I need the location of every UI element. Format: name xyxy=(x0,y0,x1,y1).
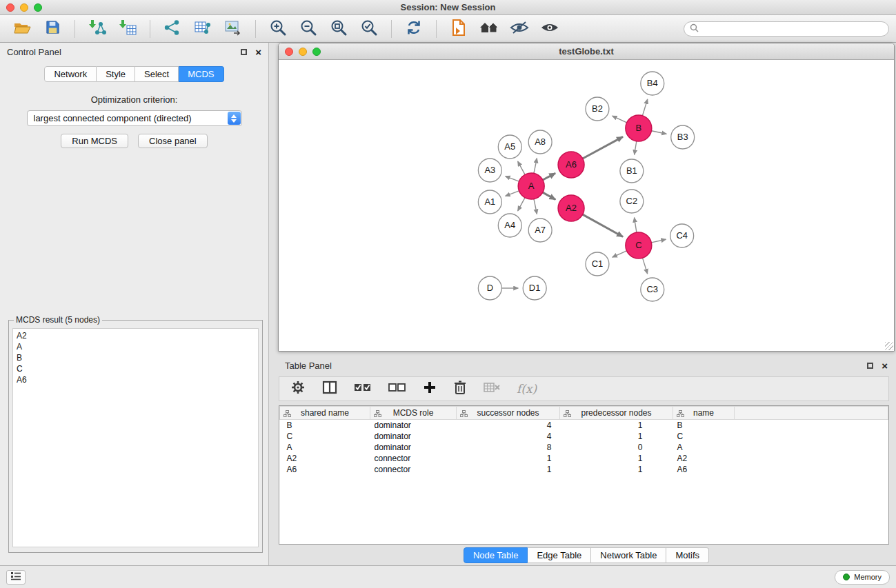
deselect-all-button[interactable] xyxy=(388,381,406,396)
column-header-shared-name[interactable]: shared name xyxy=(280,407,370,420)
toggle-graphics-details-button[interactable] xyxy=(508,19,531,39)
close-window-button[interactable] xyxy=(6,3,14,12)
table-cell[interactable]: B xyxy=(280,420,370,431)
table-cell[interactable]: A xyxy=(673,442,735,453)
graph-edge-B-B2[interactable] xyxy=(613,116,627,123)
graph-node-B1[interactable]: B1 xyxy=(620,159,644,183)
graph-edge-C-C3[interactable] xyxy=(642,258,647,274)
graph-edge-A2-C[interactable] xyxy=(583,214,623,236)
home-button[interactable] xyxy=(477,19,501,39)
save-session-button[interactable] xyxy=(41,19,64,39)
graph-node-A[interactable]: A xyxy=(518,173,544,199)
tab-style[interactable]: Style xyxy=(97,66,135,82)
close-network-window-button[interactable] xyxy=(285,48,293,56)
zoom-window-button[interactable] xyxy=(34,3,42,12)
mcds-result-list[interactable]: A2ABCA6 xyxy=(12,328,259,547)
graph-edge-A-A2[interactable] xyxy=(543,192,556,199)
graph-node-A3[interactable]: A3 xyxy=(478,159,501,182)
node-table-container[interactable]: shared nameMCDS rolesuccessor nodesprede… xyxy=(279,405,889,545)
tab-motifs[interactable]: Motifs xyxy=(666,547,709,563)
graph-edge-A6-B[interactable] xyxy=(583,136,623,159)
optimization-criterion-dropdown[interactable]: largest connected component (directed) xyxy=(27,110,242,126)
show-hide-button[interactable] xyxy=(538,19,561,39)
table-row[interactable]: Bdominator41B xyxy=(280,420,888,431)
table-cell[interactable]: dominator xyxy=(370,431,457,442)
tab-edge-table[interactable]: Edge Table xyxy=(528,547,591,563)
table-row[interactable]: Cdominator41C xyxy=(280,431,888,442)
table-row[interactable]: Adominator80A xyxy=(280,442,888,453)
graph-edge-A-A4[interactable] xyxy=(518,198,525,211)
show-columns-button[interactable] xyxy=(322,381,337,397)
task-history-button[interactable] xyxy=(6,570,26,585)
table-row[interactable]: A2connector11A2 xyxy=(280,453,888,464)
column-header-successor-nodes[interactable]: successor nodes xyxy=(457,407,560,420)
table-cell[interactable]: A xyxy=(280,442,370,453)
graph-node-C3[interactable]: C3 xyxy=(641,278,664,301)
result-item[interactable]: A6 xyxy=(17,374,255,385)
graph-edge-A-A7[interactable] xyxy=(534,199,537,214)
delete-column-button[interactable] xyxy=(453,380,467,398)
graph-edge-C-C4[interactable] xyxy=(651,239,666,243)
table-cell[interactable]: A6 xyxy=(280,464,370,475)
run-mcds-button[interactable]: Run MCDS xyxy=(61,134,128,148)
minimize-window-button[interactable] xyxy=(20,3,28,12)
graph-edge-A-A1[interactable] xyxy=(506,191,519,196)
network-from-selection-button[interactable] xyxy=(161,19,184,39)
network-canvas[interactable]: AA1A2A3A4A5A6A7A8BB1B2B3B4CC1C2C3C4DD1 xyxy=(279,60,894,351)
graph-edge-B-B3[interactable] xyxy=(651,131,666,134)
graph-node-C2[interactable]: C2 xyxy=(620,190,644,213)
table-cell[interactable]: 4 xyxy=(457,420,560,431)
result-item[interactable]: B xyxy=(17,352,255,363)
graph-node-C1[interactable]: C1 xyxy=(586,252,609,276)
table-cell[interactable]: 0 xyxy=(560,442,673,453)
result-item[interactable]: C xyxy=(17,363,255,374)
graph-node-A7[interactable]: A7 xyxy=(528,219,552,242)
close-panel-icon[interactable]: × xyxy=(255,47,261,57)
table-cell[interactable]: 4 xyxy=(457,431,560,442)
table-cell[interactable]: 8 xyxy=(457,442,560,453)
window-resize-grip[interactable] xyxy=(885,342,893,350)
open-session-button[interactable] xyxy=(10,19,34,39)
select-all-button[interactable] xyxy=(354,381,372,396)
table-cell[interactable]: 1 xyxy=(457,453,560,464)
float-panel-icon[interactable] xyxy=(241,49,247,55)
tab-network[interactable]: Network xyxy=(44,66,97,82)
table-cell[interactable]: A6 xyxy=(673,464,735,475)
graph-node-D[interactable]: D xyxy=(478,276,501,300)
graph-edge-A-A6[interactable] xyxy=(543,173,555,180)
close-panel-button[interactable]: Close panel xyxy=(138,134,208,148)
graph-edge-A-A8[interactable] xyxy=(534,159,537,174)
graph-node-A6[interactable]: A6 xyxy=(558,152,584,178)
graph-node-A8[interactable]: A8 xyxy=(528,130,552,154)
table-cell[interactable]: dominator xyxy=(370,420,457,431)
graph-node-D1[interactable]: D1 xyxy=(523,276,546,300)
column-header-predecessor-nodes[interactable]: predecessor nodes xyxy=(560,407,673,420)
zoom-network-window-button[interactable] xyxy=(312,48,321,56)
graph-edge-C-C1[interactable] xyxy=(613,251,627,257)
result-item[interactable]: A2 xyxy=(17,330,255,341)
column-header-name[interactable]: name xyxy=(673,407,735,420)
tab-mcds[interactable]: MCDS xyxy=(179,66,223,82)
zoom-out-button[interactable] xyxy=(297,19,320,39)
import-table-button[interactable] xyxy=(116,19,139,39)
network-graph[interactable]: AA1A2A3A4A5A6A7A8BB1B2B3B4CC1C2C3C4DD1 xyxy=(279,60,894,351)
network-window-titlebar[interactable]: testGlobe.txt xyxy=(279,43,894,60)
zoom-selected-button[interactable] xyxy=(357,19,381,39)
table-cell[interactable]: 1 xyxy=(560,464,673,475)
graph-node-A1[interactable]: A1 xyxy=(478,190,501,214)
memory-button[interactable]: Memory xyxy=(835,570,890,585)
function-builder-button[interactable]: f(x) xyxy=(517,382,537,396)
table-cell[interactable]: connector xyxy=(370,453,457,464)
table-cell[interactable]: 1 xyxy=(560,420,673,431)
float-table-panel-icon[interactable] xyxy=(867,363,873,369)
graph-node-C4[interactable]: C4 xyxy=(670,224,694,247)
graph-edge-A-A5[interactable] xyxy=(518,161,525,174)
graph-node-B3[interactable]: B3 xyxy=(671,125,695,149)
table-cell[interactable]: A2 xyxy=(673,453,735,464)
graph-node-B4[interactable]: B4 xyxy=(641,72,664,95)
table-cell[interactable]: dominator xyxy=(370,442,457,453)
search-input[interactable] xyxy=(702,24,883,34)
table-cell[interactable]: B xyxy=(673,420,735,431)
column-header-MCDS-role[interactable]: MCDS role xyxy=(370,407,457,420)
import-network-button[interactable] xyxy=(86,19,109,39)
